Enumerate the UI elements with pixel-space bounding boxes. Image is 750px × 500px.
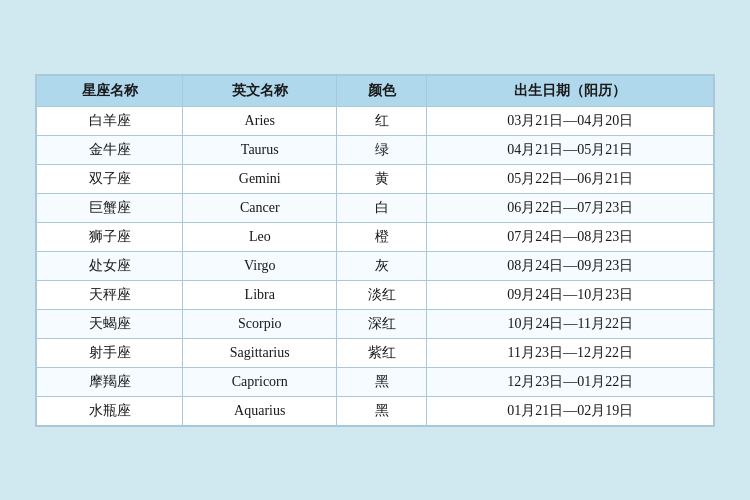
table-cell: 巨蟹座 — [37, 193, 183, 222]
table-cell: 深红 — [337, 309, 427, 338]
table-cell: 01月21日—02月19日 — [427, 396, 714, 425]
table-cell: 天秤座 — [37, 280, 183, 309]
table-row: 水瓶座Aquarius黑01月21日—02月19日 — [37, 396, 714, 425]
zodiac-table-container: 星座名称 英文名称 颜色 出生日期（阳历） 白羊座Aries红03月21日—04… — [35, 74, 715, 427]
table-cell: 水瓶座 — [37, 396, 183, 425]
table-cell: Capricorn — [183, 367, 337, 396]
table-row: 天秤座Libra淡红09月24日—10月23日 — [37, 280, 714, 309]
table-cell: 绿 — [337, 135, 427, 164]
table-cell: 金牛座 — [37, 135, 183, 164]
table-cell: 射手座 — [37, 338, 183, 367]
table-cell: Libra — [183, 280, 337, 309]
table-cell: 白 — [337, 193, 427, 222]
table-cell: 摩羯座 — [37, 367, 183, 396]
col-header-color: 颜色 — [337, 75, 427, 106]
table-row: 双子座Gemini黄05月22日—06月21日 — [37, 164, 714, 193]
table-cell: 天蝎座 — [37, 309, 183, 338]
table-row: 白羊座Aries红03月21日—04月20日 — [37, 106, 714, 135]
table-cell: 09月24日—10月23日 — [427, 280, 714, 309]
table-cell: 黑 — [337, 396, 427, 425]
col-header-chinese-name: 星座名称 — [37, 75, 183, 106]
table-cell: 06月22日—07月23日 — [427, 193, 714, 222]
table-cell: 黄 — [337, 164, 427, 193]
table-cell: Aries — [183, 106, 337, 135]
table-cell: 红 — [337, 106, 427, 135]
table-cell: 12月23日—01月22日 — [427, 367, 714, 396]
table-cell: 黑 — [337, 367, 427, 396]
table-row: 射手座Sagittarius紫红11月23日—12月22日 — [37, 338, 714, 367]
table-cell: Aquarius — [183, 396, 337, 425]
table-row: 金牛座Taurus绿04月21日—05月21日 — [37, 135, 714, 164]
table-row: 天蝎座Scorpio深红10月24日—11月22日 — [37, 309, 714, 338]
col-header-birthday: 出生日期（阳历） — [427, 75, 714, 106]
table-cell: Leo — [183, 222, 337, 251]
table-cell: 狮子座 — [37, 222, 183, 251]
table-cell: Gemini — [183, 164, 337, 193]
table-cell: Scorpio — [183, 309, 337, 338]
table-cell: 03月21日—04月20日 — [427, 106, 714, 135]
table-cell: 橙 — [337, 222, 427, 251]
table-row: 处女座Virgo灰08月24日—09月23日 — [37, 251, 714, 280]
table-cell: Taurus — [183, 135, 337, 164]
table-cell: Sagittarius — [183, 338, 337, 367]
table-row: 摩羯座Capricorn黑12月23日—01月22日 — [37, 367, 714, 396]
table-cell: 双子座 — [37, 164, 183, 193]
table-cell: 紫红 — [337, 338, 427, 367]
table-cell: 10月24日—11月22日 — [427, 309, 714, 338]
table-cell: 11月23日—12月22日 — [427, 338, 714, 367]
table-row: 狮子座Leo橙07月24日—08月23日 — [37, 222, 714, 251]
table-cell: 05月22日—06月21日 — [427, 164, 714, 193]
table-cell: 04月21日—05月21日 — [427, 135, 714, 164]
table-cell: Cancer — [183, 193, 337, 222]
table-row: 巨蟹座Cancer白06月22日—07月23日 — [37, 193, 714, 222]
table-cell: 灰 — [337, 251, 427, 280]
table-cell: 07月24日—08月23日 — [427, 222, 714, 251]
col-header-english-name: 英文名称 — [183, 75, 337, 106]
table-cell: 08月24日—09月23日 — [427, 251, 714, 280]
table-cell: 处女座 — [37, 251, 183, 280]
table-cell: Virgo — [183, 251, 337, 280]
table-header-row: 星座名称 英文名称 颜色 出生日期（阳历） — [37, 75, 714, 106]
zodiac-table: 星座名称 英文名称 颜色 出生日期（阳历） 白羊座Aries红03月21日—04… — [36, 75, 714, 426]
table-cell: 白羊座 — [37, 106, 183, 135]
table-cell: 淡红 — [337, 280, 427, 309]
